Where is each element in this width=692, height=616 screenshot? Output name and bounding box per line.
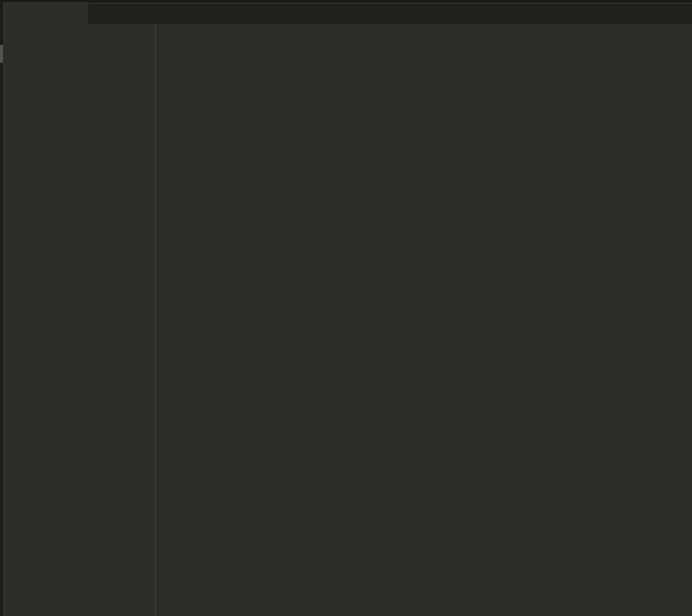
tab-bar bbox=[3, 0, 692, 24]
config-sidebar bbox=[3, 24, 156, 616]
file-tab-manifest-json[interactable] bbox=[3, 2, 88, 24]
left-scroll-strip bbox=[0, 0, 3, 616]
ide-window bbox=[0, 0, 692, 616]
scrollbar-thumb[interactable] bbox=[0, 45, 3, 63]
editor-overlay bbox=[156, 24, 692, 616]
code-editor[interactable] bbox=[156, 24, 692, 616]
window-top-border bbox=[3, 0, 692, 2]
window-top-border-2 bbox=[3, 3, 692, 4]
